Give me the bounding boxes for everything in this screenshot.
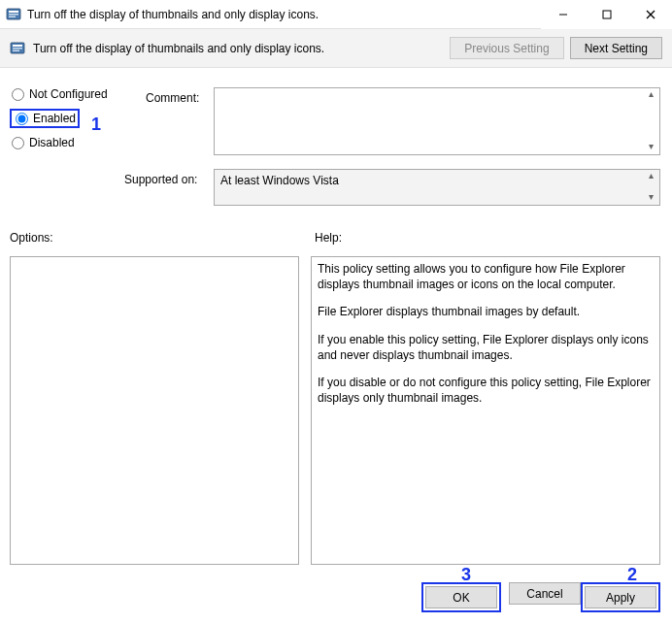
- comment-label: Comment:: [146, 91, 199, 105]
- svg-rect-1: [9, 11, 18, 13]
- svg-rect-10: [13, 48, 22, 49]
- svg-rect-3: [9, 16, 16, 17]
- apply-button[interactable]: Apply: [585, 586, 656, 608]
- radio-disabled-input[interactable]: [12, 137, 24, 149]
- policy-icon: [6, 7, 21, 22]
- help-panel: This policy setting allows you to config…: [311, 256, 660, 565]
- options-label: Options:: [10, 231, 53, 245]
- help-paragraph: If you enable this policy setting, File …: [318, 332, 654, 363]
- titlebar: Turn off the display of thumbnails and o…: [0, 0, 672, 29]
- window-title: Turn off the display of thumbnails and o…: [27, 8, 541, 21]
- svg-rect-2: [9, 14, 18, 16]
- options-panel: [10, 256, 299, 565]
- supported-on-field: At least Windows Vista: [214, 169, 660, 206]
- annotation-number-3: 3: [461, 565, 471, 585]
- scroll-up-icon[interactable]: ▴: [643, 88, 659, 102]
- comment-scrollbar[interactable]: ▴ ▾: [643, 88, 659, 154]
- supported-scrollbar[interactable]: ▴ ▾: [643, 170, 659, 205]
- radio-label: Enabled: [33, 112, 76, 125]
- header-bar: Turn off the display of thumbnails and o…: [0, 29, 672, 68]
- radio-label: Disabled: [29, 136, 75, 149]
- help-paragraph: If you disable or do not configure this …: [318, 375, 654, 406]
- annotation-highlight-2: Apply: [581, 582, 660, 612]
- scroll-down-icon[interactable]: ▾: [643, 191, 659, 205]
- header-title: Turn off the display of thumbnails and o…: [33, 42, 444, 55]
- window-controls: [541, 0, 672, 29]
- radio-disabled[interactable]: Disabled: [10, 136, 117, 149]
- previous-setting-button: Previous Setting: [450, 37, 563, 59]
- maximize-button[interactable]: [585, 0, 628, 29]
- close-button[interactable]: [628, 0, 672, 29]
- radio-not-configured[interactable]: Not Configured: [10, 87, 117, 101]
- minimize-button[interactable]: [541, 0, 585, 29]
- annotation-highlight-3: OK: [421, 582, 501, 612]
- comment-textarea[interactable]: [214, 87, 660, 155]
- help-paragraph: File Explorer displays thumbnail images …: [318, 304, 654, 319]
- supported-value: At least Windows Vista: [220, 174, 339, 187]
- svg-rect-5: [603, 11, 611, 18]
- radio-enabled-input[interactable]: [16, 113, 28, 125]
- svg-rect-11: [13, 49, 19, 51]
- radio-enabled[interactable]: Enabled: [14, 112, 76, 125]
- ok-button[interactable]: OK: [425, 586, 497, 608]
- annotation-number-1: 1: [91, 115, 101, 135]
- dialog-buttons: OK Cancel Apply: [421, 582, 660, 612]
- help-paragraph: This policy setting allows you to config…: [318, 261, 654, 292]
- help-label: Help:: [315, 231, 342, 245]
- scroll-down-icon[interactable]: ▾: [643, 141, 659, 154]
- scroll-up-icon[interactable]: ▴: [643, 170, 659, 183]
- radio-label: Not Configured: [29, 87, 108, 101]
- supported-label: Supported on:: [124, 173, 197, 186]
- cancel-button[interactable]: Cancel: [509, 582, 581, 605]
- next-setting-button[interactable]: Next Setting: [570, 37, 662, 59]
- radio-not-configured-input[interactable]: [12, 88, 24, 101]
- annotation-number-2: 2: [627, 565, 637, 585]
- policy-icon: [10, 41, 25, 56]
- annotation-highlight-1: Enabled: [10, 109, 80, 128]
- svg-rect-9: [13, 45, 22, 47]
